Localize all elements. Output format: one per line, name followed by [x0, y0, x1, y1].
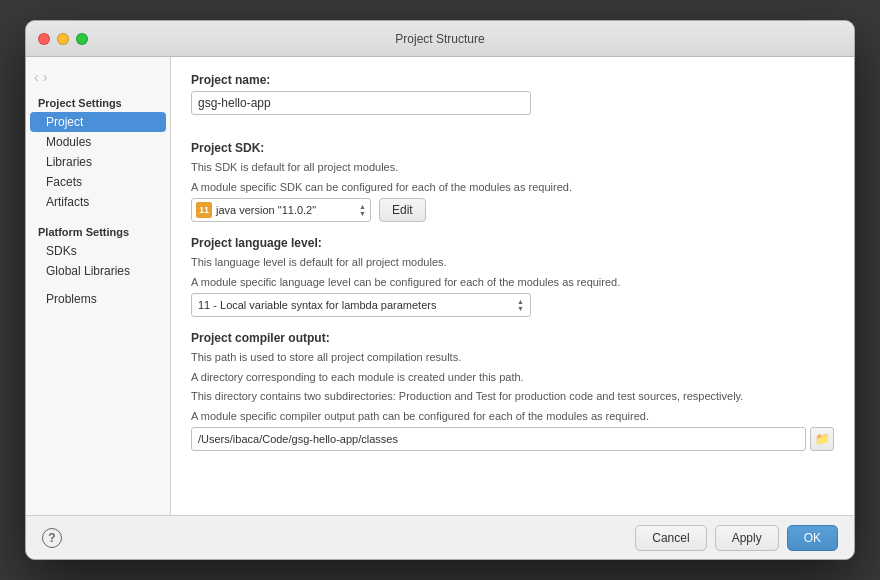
sidebar-item-artifacts[interactable]: Artifacts — [26, 192, 170, 212]
project-structure-window: Project Structure ‹ › Project Settings P… — [25, 20, 855, 560]
platform-settings-header: Platform Settings — [26, 220, 170, 241]
sdk-select-text: java version "11.0.2" — [216, 204, 357, 216]
browse-folder-button[interactable]: 📁 — [810, 427, 834, 451]
edit-sdk-button[interactable]: Edit — [379, 198, 426, 222]
back-arrow-icon[interactable]: ‹ — [34, 69, 39, 85]
project-settings-header: Project Settings — [26, 91, 170, 112]
sidebar-item-project[interactable]: Project — [30, 112, 166, 132]
sdk-section: Project SDK: This SDK is default for all… — [191, 141, 834, 222]
main-content: ‹ › Project Settings Project Modules Lib… — [26, 57, 854, 515]
right-panel: Project name: Project SDK: This SDK is d… — [171, 57, 854, 515]
lang-desc1: This language level is default for all p… — [191, 254, 834, 271]
compiler-desc4: A module specific compiler output path c… — [191, 408, 834, 425]
compiler-desc3: This directory contains two subdirectori… — [191, 388, 834, 405]
lang-desc2: A module specific language level can be … — [191, 274, 834, 291]
sdk-dropdown-arrows: ▲ ▼ — [359, 203, 366, 217]
lang-dropdown-arrows: ▲ ▼ — [517, 298, 524, 312]
maximize-button[interactable] — [76, 33, 88, 45]
forward-arrow-icon[interactable]: › — [43, 69, 48, 85]
minimize-button[interactable] — [57, 33, 69, 45]
sidebar-nav: ‹ › — [26, 67, 170, 91]
bottom-left: ? — [42, 528, 627, 548]
project-name-input[interactable] — [191, 91, 531, 115]
window-title: Project Structure — [395, 32, 484, 46]
titlebar: Project Structure — [26, 21, 854, 57]
sdk-row: 11 java version "11.0.2" ▲ ▼ Edit — [191, 198, 834, 222]
compiler-label: Project compiler output: — [191, 331, 834, 345]
ok-button[interactable]: OK — [787, 525, 838, 551]
sidebar-item-modules[interactable]: Modules — [26, 132, 170, 152]
compiler-desc2: A directory corresponding to each module… — [191, 369, 834, 386]
lang-section: Project language level: This language le… — [191, 236, 834, 317]
help-button[interactable]: ? — [42, 528, 62, 548]
sdk-select[interactable]: 11 java version "11.0.2" ▲ ▼ — [191, 198, 371, 222]
cancel-button[interactable]: Cancel — [635, 525, 706, 551]
close-button[interactable] — [38, 33, 50, 45]
sdk-desc2: A module specific SDK can be configured … — [191, 179, 834, 196]
compiler-path-row: 📁 — [191, 427, 834, 451]
compiler-section: Project compiler output: This path is us… — [191, 331, 834, 451]
bottom-bar: ? Cancel Apply OK — [26, 515, 854, 559]
lang-level-select[interactable]: 11 - Local variable syntax for lambda pa… — [191, 293, 531, 317]
apply-button[interactable]: Apply — [715, 525, 779, 551]
sidebar-item-problems[interactable]: Problems — [26, 289, 170, 309]
sdk-desc1: This SDK is default for all project modu… — [191, 159, 834, 176]
lang-label: Project language level: — [191, 236, 834, 250]
compiler-desc1: This path is used to store all project c… — [191, 349, 834, 366]
folder-icon: 📁 — [815, 432, 830, 446]
sidebar: ‹ › Project Settings Project Modules Lib… — [26, 57, 171, 515]
sidebar-item-sdks[interactable]: SDKs — [26, 241, 170, 261]
sidebar-item-global-libraries[interactable]: Global Libraries — [26, 261, 170, 281]
compiler-path-input[interactable] — [191, 427, 806, 451]
window-controls — [38, 33, 88, 45]
project-name-label: Project name: — [191, 73, 834, 87]
sdk-label: Project SDK: — [191, 141, 834, 155]
sdk-java-icon: 11 — [196, 202, 212, 218]
sidebar-item-libraries[interactable]: Libraries — [26, 152, 170, 172]
project-name-section: Project name: — [191, 73, 834, 127]
sidebar-item-facets[interactable]: Facets — [26, 172, 170, 192]
lang-level-value: 11 - Local variable syntax for lambda pa… — [198, 299, 517, 311]
